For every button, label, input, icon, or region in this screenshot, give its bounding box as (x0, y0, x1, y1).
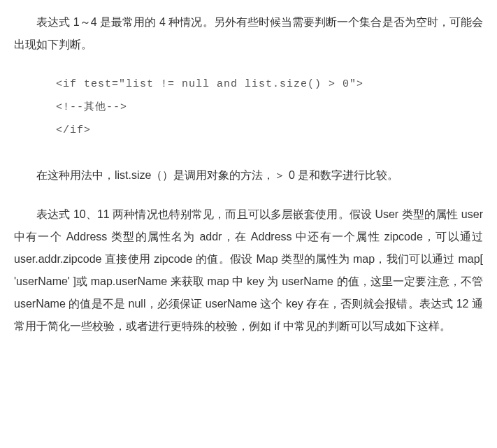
paragraph-expressions: 表达式 10、11 两种情况也特别常见，而且可以多层嵌套使用。假设 User 类… (14, 203, 483, 338)
paragraph-explanation: 在这种用法中，list.size（）是调用对象的方法，＞ 0 是和数字进行比较。 (14, 164, 483, 187)
code-line-3: </if> (56, 124, 91, 136)
code-line-1: <if test="list != null and list.size() >… (56, 78, 363, 90)
code-line-2: <!--其他--> (56, 101, 127, 113)
paragraph-intro: 表达式 1～4 是最常用的 4 种情况。另外有些时候当需要判断一个集合是否为空时… (14, 11, 483, 56)
code-block-if-test: <if test="list != null and list.size() >… (14, 73, 483, 142)
